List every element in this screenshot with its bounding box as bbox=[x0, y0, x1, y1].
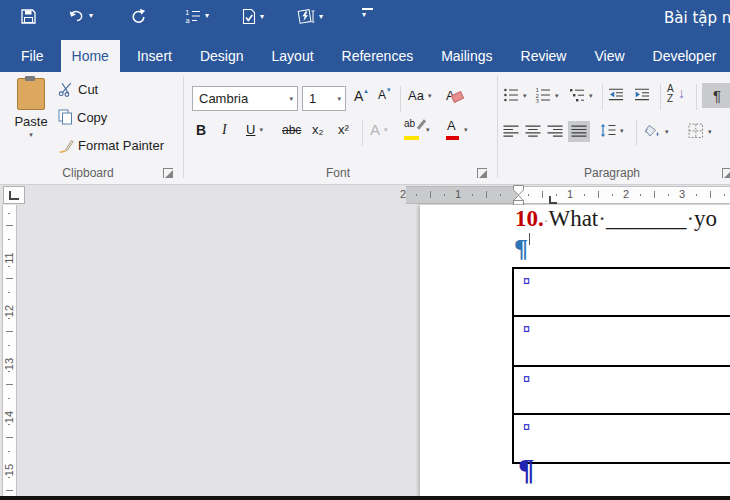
borders-button[interactable]: ▾ bbox=[688, 123, 712, 139]
h-ruler[interactable]: 2 1 1 2 3 4 bbox=[0, 185, 730, 205]
separator bbox=[602, 84, 603, 110]
multilevel-dropdown-icon[interactable]: ▾ bbox=[589, 92, 593, 99]
font-size-dropdown-icon[interactable]: ▾ bbox=[337, 95, 341, 102]
table-row[interactable]: ¤ bbox=[514, 367, 730, 415]
tab-stop-marker[interactable] bbox=[549, 196, 557, 204]
v-ruler-number: 14 bbox=[3, 409, 15, 425]
clipboard-dialog-launcher-icon[interactable] bbox=[163, 168, 173, 178]
ruler-tick bbox=[8, 345, 10, 346]
table-row[interactable]: ¤ bbox=[514, 269, 730, 317]
change-case-button[interactable]: Aa ▾ bbox=[408, 88, 431, 103]
separator bbox=[660, 84, 661, 110]
tab-review[interactable]: Review bbox=[510, 40, 578, 72]
tab-home[interactable]: Home bbox=[61, 40, 120, 72]
copy-button[interactable]: Copy bbox=[58, 109, 107, 125]
strikethrough-button[interactable]: abc bbox=[282, 123, 301, 137]
paste-dropdown-icon[interactable]: ▾ bbox=[8, 131, 54, 138]
bold-button[interactable]: B bbox=[196, 122, 206, 138]
scissors-icon bbox=[58, 81, 74, 97]
shading-dropdown-icon[interactable]: ▾ bbox=[665, 128, 669, 135]
show-hide-marks-button[interactable]: ¶ bbox=[702, 83, 730, 108]
redo-button[interactable] bbox=[130, 8, 147, 25]
paragraph-group-label: Paragraph bbox=[562, 166, 662, 180]
font-name-dropdown-icon[interactable]: ▾ bbox=[289, 95, 293, 102]
multilevel-list-button[interactable]: ▾ bbox=[569, 87, 593, 103]
borders-dropdown-icon[interactable]: ▾ bbox=[708, 128, 712, 135]
superscript-glyph: x² bbox=[338, 122, 349, 137]
font-dialog-launcher-icon[interactable] bbox=[477, 168, 487, 178]
save-button[interactable] bbox=[20, 8, 37, 25]
tab-layout[interactable]: Layout bbox=[261, 40, 325, 72]
superscript-button[interactable]: x² bbox=[338, 122, 349, 137]
document-table[interactable]: ¤ ¤ ¤ ¤ bbox=[512, 267, 730, 464]
tab-references[interactable]: References bbox=[331, 40, 425, 72]
numbering-button[interactable]: 1 2 3 ▾ bbox=[535, 87, 559, 103]
format-dropdown-icon[interactable]: ▾ bbox=[319, 13, 323, 21]
tab-design[interactable]: Design bbox=[189, 40, 255, 72]
underline-dropdown-icon[interactable]: ▾ bbox=[259, 126, 263, 133]
increase-indent-button[interactable] bbox=[634, 87, 650, 103]
justify-button[interactable] bbox=[568, 121, 590, 142]
numbering-quick-button[interactable]: 1 a ▾ bbox=[184, 8, 209, 24]
paragraph-dialog-launcher-icon[interactable] bbox=[722, 168, 730, 178]
underline-button[interactable]: U ▾ bbox=[246, 122, 263, 137]
bullets-button[interactable]: ▾ bbox=[503, 87, 527, 103]
highlight-dropdown-icon[interactable]: ▾ bbox=[426, 126, 430, 133]
table-row[interactable]: ¤ bbox=[514, 415, 730, 464]
font-color-button[interactable]: A ▾ bbox=[446, 118, 468, 140]
italic-button[interactable]: I bbox=[222, 122, 227, 138]
font-color-dropdown-icon[interactable]: ▾ bbox=[464, 126, 468, 133]
align-left-button[interactable] bbox=[503, 125, 519, 138]
sort-arrow-icon: ↓ bbox=[678, 85, 685, 101]
text-highlight-button[interactable]: ab ▾ bbox=[404, 118, 430, 140]
sort-button[interactable]: A Z ↓ bbox=[666, 84, 688, 106]
hanging-indent-marker[interactable] bbox=[514, 196, 524, 201]
align-center-button[interactable] bbox=[525, 125, 541, 138]
shrink-font-button[interactable]: A ▾ bbox=[378, 88, 391, 102]
v-ruler[interactable]: 11 12 13 14 15 bbox=[0, 205, 18, 500]
undo-dropdown-icon[interactable]: ▾ bbox=[89, 12, 93, 20]
text-cursor bbox=[529, 233, 530, 245]
word-window: ▾ 1 a ▾ ▾ bbox=[0, 0, 730, 500]
decrease-indent-button[interactable] bbox=[608, 87, 624, 103]
subscript-button[interactable]: x₂ bbox=[312, 122, 324, 137]
tab-view[interactable]: View bbox=[583, 40, 635, 72]
shading-button[interactable]: ▾ bbox=[644, 123, 669, 139]
cut-button[interactable]: Cut bbox=[58, 81, 98, 97]
tab-developer[interactable]: Developer bbox=[642, 40, 728, 72]
format-quick-button[interactable]: ▾ bbox=[297, 8, 323, 25]
first-line-indent-marker[interactable] bbox=[514, 186, 524, 196]
ruler-tick bbox=[6, 437, 13, 438]
tab-mailings[interactable]: Mailings bbox=[430, 40, 503, 72]
ruler-tick bbox=[6, 225, 13, 226]
spelling-quick-button[interactable]: ▾ bbox=[241, 8, 264, 25]
table-row[interactable]: ¤ bbox=[514, 317, 730, 367]
text-effects-button[interactable]: A ▾ bbox=[370, 121, 388, 138]
format-painter-button[interactable]: Format Painter bbox=[58, 137, 164, 153]
line-spacing-dropdown-icon[interactable]: ▾ bbox=[620, 127, 624, 134]
justify-icon bbox=[571, 125, 587, 138]
h-ruler-number: 1 bbox=[453, 188, 463, 200]
tab-selector-button[interactable] bbox=[3, 186, 25, 204]
numbering-dropdown-icon[interactable]: ▾ bbox=[555, 92, 559, 99]
multilevel-list-icon bbox=[569, 87, 585, 103]
decrease-indent-icon bbox=[608, 87, 624, 103]
tab-insert[interactable]: Insert bbox=[126, 40, 183, 72]
line-spacing-button[interactable]: ▾ bbox=[600, 123, 624, 138]
indent-markers[interactable] bbox=[511, 185, 526, 206]
paste-button[interactable]: Paste ▾ bbox=[8, 76, 54, 138]
window-title: Bài tập n bbox=[664, 9, 730, 27]
font-name-combobox[interactable]: Cambria ▾ bbox=[192, 86, 298, 111]
undo-button[interactable]: ▾ bbox=[68, 8, 93, 24]
qat-overflow-button[interactable]: ▾ bbox=[362, 8, 373, 19]
grow-font-button[interactable]: A ▴ bbox=[354, 88, 368, 104]
spelling-dropdown-icon[interactable]: ▾ bbox=[260, 13, 264, 21]
tab-file[interactable]: File bbox=[10, 40, 55, 72]
numbering-dropdown-icon[interactable]: ▾ bbox=[205, 12, 209, 20]
align-right-button[interactable] bbox=[547, 125, 563, 138]
ribbon: Paste ▾ Cut Copy Format Painter bbox=[0, 72, 730, 185]
clear-formatting-button[interactable]: A bbox=[446, 88, 463, 103]
bullets-dropdown-icon[interactable]: ▾ bbox=[523, 92, 527, 99]
font-size-combobox[interactable]: 1 ▾ bbox=[302, 86, 346, 111]
align-right-icon bbox=[547, 125, 563, 138]
